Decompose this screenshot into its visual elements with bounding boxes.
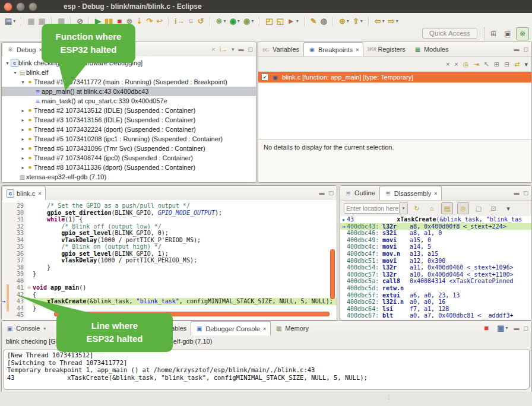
expand-arrow-icon[interactable]: ▸: [20, 127, 26, 132]
forward-icon[interactable]: ⇨ ▾: [388, 17, 398, 26]
maximize-icon[interactable]: ▢: [523, 326, 528, 331]
skip-all-breakpoints-icon[interactable]: ↖: [484, 61, 489, 68]
line-number[interactable]: 33: [9, 230, 26, 237]
fold-toggle-icon[interactable]: [26, 264, 33, 271]
tab-menu-icon[interactable]: ▾: [43, 326, 46, 331]
expand-arrow-icon[interactable]: ▸: [20, 108, 26, 113]
fold-toggle-icon[interactable]: [26, 230, 33, 237]
remove-breakpoint-icon[interactable]: ×: [446, 61, 449, 68]
back-icon[interactable]: ⇦ ▾: [375, 17, 385, 26]
sash-handle[interactable]: ⋮: [386, 394, 392, 400]
tree-item[interactable]: ▸ Thread #7 1073408744 (ipc0) (Suspended…: [2, 153, 256, 163]
collapse-all-icon[interactable]: ⊟: [504, 61, 509, 68]
external-tools-icon[interactable]: ◉ ▾: [243, 17, 254, 26]
line-number[interactable]: 30: [9, 210, 26, 217]
close-tab-icon[interactable]: ×: [263, 326, 266, 332]
breakpoint-row[interactable]: blink.c [function: app_main] [type: Temp…: [258, 72, 531, 83]
disassembly-line[interactable]: 400dbc5a: call8 0x40084314 <xTaskCreateP…: [340, 278, 531, 285]
minimize-icon[interactable]: ▬: [514, 47, 519, 52]
fold-toggle-icon[interactable]: [26, 223, 33, 230]
expand-arrow-icon[interactable]: ▸: [20, 146, 26, 151]
show-source-icon[interactable]: ▤: [441, 202, 453, 214]
maximize-icon[interactable]: ▢: [523, 47, 528, 52]
cpp-perspective-icon[interactable]: ▣: [502, 28, 514, 40]
disassembly-line[interactable]: 43 xTaskCreate(&blink_task, "blink_tas: [340, 216, 531, 223]
tab-variables[interactable]: Variables ×: [258, 42, 303, 56]
disassembly-line[interactable]: 400dbc4c: movi a14, 5: [340, 243, 531, 250]
disassembly-line[interactable]: 400dbc62: l32i.n a0, a0, 16: [340, 299, 531, 306]
fold-toggle-icon[interactable]: [26, 257, 33, 264]
instruction-stepping-icon[interactable]: i→ ▾: [175, 17, 185, 26]
close-tab-icon[interactable]: ×: [38, 191, 41, 196]
tab-console[interactable]: Console × ▾: [2, 321, 50, 335]
tab-disassembly[interactable]: Disassembly ×: [379, 186, 442, 200]
open-project-icon[interactable]: ◱ ▾: [277, 17, 284, 26]
disassembly-line[interactable]: 400dbc4f: mov.n a13, a15: [340, 250, 531, 258]
code-line[interactable]: 33 gpio_set_level(BLINK_GPIO, 0);: [2, 230, 337, 237]
tree-item[interactable]: ▸ Thread #6 1073431096 (Tmr Svc) (Suspen…: [2, 144, 256, 153]
view-menu-icon[interactable]: ▾: [524, 61, 528, 68]
remove-all-terminated-icon[interactable]: ×: [211, 46, 215, 53]
remove-all-breakpoints-icon[interactable]: ×: [454, 61, 458, 68]
code-line[interactable]: 34 vTaskDelay(1000 / portTICK_P'ERIOD_MS…: [2, 237, 337, 244]
code-line[interactable]: 41 void app_main(): [2, 284, 337, 291]
disassembly-line[interactable]: 400dbc49: movi a15, 0: [340, 237, 531, 244]
fold-toggle-icon[interactable]: [26, 243, 33, 250]
pin-icon[interactable]: ⊡: [488, 203, 499, 214]
view-menu-icon[interactable]: ▾: [232, 47, 235, 52]
dropdown-caret-icon[interactable]: ▾: [505, 323, 508, 333]
tab-registers[interactable]: Registers ×: [363, 42, 409, 56]
expand-arrow-icon[interactable]: ▸: [20, 137, 26, 142]
minimize-icon[interactable]: ▬: [514, 326, 519, 331]
link-with-debug-icon[interactable]: ⇄: [514, 61, 520, 68]
code-line[interactable]: 35 /* Blink on (output high) */: [2, 243, 337, 250]
code-line[interactable]: 38 }: [2, 264, 337, 271]
expand-arrow-icon[interactable]: ▸: [20, 118, 26, 123]
disassembly-listing[interactable]: 43 xTaskCreate(&blink_task, "blink_tas 4…: [340, 216, 531, 320]
fold-toggle-icon[interactable]: [26, 278, 33, 285]
step-return-icon[interactable]: ↩ ▾: [156, 17, 163, 26]
line-number[interactable]: 32: [9, 223, 26, 230]
tree-item[interactable]: main_task() at cpu_start.c:339 0x400d057…: [2, 96, 256, 106]
run-icon[interactable]: ◉ ▾: [230, 17, 240, 26]
tree-item[interactable]: ▸ Thread #5 1073410208 (ipc1 : Running) …: [2, 134, 256, 144]
quick-access-button[interactable]: Quick Access: [422, 28, 477, 39]
expand-arrow-icon[interactable]: ▾: [20, 80, 26, 85]
dropdown-caret-icon[interactable]: ▾: [13, 17, 15, 26]
fold-toggle-icon[interactable]: [26, 271, 33, 278]
show-supported-breakpoints-icon[interactable]: ◎: [463, 61, 469, 68]
disassembly-line[interactable]: 400dbc6a: bnone a0, a1, 0x400dbc8b <__ad…: [340, 319, 531, 320]
dropdown-caret-icon[interactable]: ▾: [396, 17, 398, 26]
sync-with-active-context-icon[interactable]: ◎: [457, 202, 469, 214]
tab-memory[interactable]: Memory × ▾: [271, 321, 313, 335]
code-line[interactable]: 32 /* Blink off (output low) */: [2, 223, 337, 230]
close-tab-icon[interactable]: ×: [356, 47, 359, 53]
home-icon[interactable]: ⌂: [426, 203, 437, 214]
dropdown-caret-icon[interactable]: ▾: [382, 17, 385, 26]
minimize-icon[interactable]: ▬: [514, 191, 519, 196]
tree-item[interactable]: ▸ Thread #8 1073411336 (dport) (Suspende…: [2, 163, 256, 172]
window-minimize-button[interactable]: [16, 2, 25, 11]
refresh-icon[interactable]: ↻: [411, 203, 422, 214]
maximize-icon[interactable]: ▢: [248, 47, 253, 52]
new-project-icon[interactable]: ◰ ▾: [265, 17, 273, 26]
save-icon[interactable]: ▣ ▾: [27, 17, 34, 26]
fold-toggle-icon[interactable]: [26, 237, 33, 244]
expand-arrow-icon[interactable]: ▾: [4, 61, 11, 66]
dropdown-caret-icon[interactable]: ▾: [347, 17, 349, 26]
terminate-icon[interactable]: ■ ▾: [483, 323, 489, 333]
fold-toggle-icon[interactable]: [26, 216, 33, 223]
minimize-icon[interactable]: ▬: [319, 191, 324, 196]
code-line[interactable]: 36 gpio_set_level(BLINK_GPIO, 1);: [2, 250, 337, 258]
disassembly-line[interactable]: 400dbc43: l32r a8, 0x400d00f8 <_stext+22…: [340, 223, 531, 230]
last-edit-location-icon[interactable]: ⇧ ▾: [353, 17, 363, 26]
debug-perspective-icon[interactable]: ※: [516, 27, 529, 40]
disassembly-line[interactable]: 400dbc5f: extui a6, a0, 23, 13: [340, 292, 531, 299]
tree-item[interactable]: app_main() at blink.c:43 0x400dbc43: [2, 87, 256, 96]
dropdown-caret-icon[interactable]: ▾: [360, 17, 363, 26]
disassembly-line[interactable]: 400dbc51: movi a12, 0x300: [340, 258, 531, 265]
tab-blink-c[interactable]: blink.c ×: [2, 186, 46, 200]
disassembly-line[interactable]: 400dbc54: l32r a11, 0x400d0460 <_stext+1…: [340, 264, 531, 271]
tab-breakpoints[interactable]: Breakpoints ×: [303, 42, 363, 56]
maximize-icon[interactable]: ▢: [523, 191, 528, 196]
